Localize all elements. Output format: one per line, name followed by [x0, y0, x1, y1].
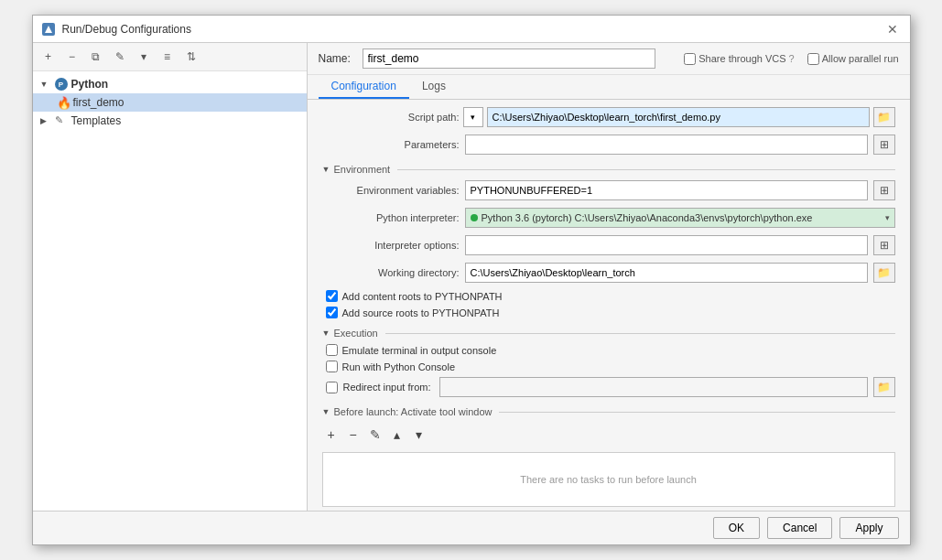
script-path-dropdown[interactable]: ▾	[463, 107, 483, 127]
fire-icon: 🔥	[57, 96, 70, 109]
dialog-title: Run/Debug Configurations	[62, 23, 191, 36]
run-python-console-label: Run with Python Console	[342, 361, 456, 372]
add-source-roots-row: Add source roots to PYTHONPATH	[322, 307, 895, 318]
exec-section-line	[385, 333, 895, 334]
interpreter-options-label: Interpreter options:	[322, 240, 460, 251]
bl-remove-button[interactable]: −	[344, 425, 363, 444]
interpreter-options-expand[interactable]: ⊞	[873, 235, 895, 255]
dialog-body: + − ⧉ ✎ ▾ ≡ ⇅ ▼ P Python 🔥 first_demo	[33, 43, 910, 511]
share-vcs-group: Share through VCS ?	[684, 53, 795, 65]
template-icon: ✎	[55, 114, 68, 127]
remove-config-button[interactable]: −	[62, 47, 82, 67]
bl-down-button[interactable]: ▾	[410, 425, 428, 444]
working-directory-input[interactable]	[465, 263, 868, 283]
tree-arrow-templates: ▶	[40, 116, 51, 125]
bl-section-line	[499, 412, 894, 413]
add-content-roots-row: Add content roots to PYTHONPATH	[322, 290, 895, 302]
bottom-bar: OK Cancel Apply	[33, 511, 910, 544]
tab-configuration[interactable]: Configuration	[319, 75, 409, 99]
config-area: Script path: ▾ 📁 Parameters: ⊞ ▼ Environ…	[308, 100, 910, 511]
edit-config-button[interactable]: ✎	[110, 47, 130, 67]
emulate-terminal-label: Emulate terminal in output console	[342, 345, 497, 356]
vcs-area: Share through VCS ? Allow parallel run	[684, 53, 898, 65]
exec-triangle: ▼	[322, 328, 330, 338]
env-variables-row: Environment variables: ⊞	[322, 180, 895, 200]
emulate-terminal-checkbox[interactable]	[326, 344, 338, 356]
svg-marker-0	[45, 26, 52, 33]
redirect-input-checkbox[interactable]	[326, 382, 338, 393]
add-config-button[interactable]: +	[38, 47, 59, 67]
env-variables-label: Environment variables:	[322, 185, 460, 196]
bl-add-button[interactable]: +	[322, 425, 341, 444]
allow-parallel-checkbox[interactable]	[807, 53, 819, 65]
share-vcs-label: Share through VCS	[698, 53, 785, 64]
share-vcs-checkbox[interactable]	[684, 53, 696, 65]
parameters-input[interactable]	[465, 135, 868, 155]
name-label: Name:	[319, 52, 355, 65]
close-button[interactable]: ✕	[884, 21, 901, 38]
allow-parallel-group: Allow parallel run	[807, 53, 899, 65]
allow-parallel-label: Allow parallel run	[822, 53, 899, 64]
bl-up-button[interactable]: ▴	[388, 425, 406, 444]
environment-section-header: ▼ Environment	[322, 164, 895, 175]
add-source-roots-label: Add source roots to PYTHONPATH	[342, 307, 500, 318]
tabs-bar: Configuration Logs	[308, 75, 910, 100]
no-tasks-text: There are no tasks to run before launch	[520, 474, 697, 485]
redirect-input-browse[interactable]: 📁	[873, 377, 895, 397]
python-interpreter-select[interactable]: Python 3.6 (pytorch) C:\Users\Zhiyao\Ana…	[465, 208, 895, 228]
tab-logs[interactable]: Logs	[409, 75, 459, 99]
add-content-roots-checkbox[interactable]	[326, 290, 338, 302]
working-directory-label: Working directory:	[322, 267, 460, 278]
tree-item-first-demo[interactable]: 🔥 first_demo	[33, 93, 307, 112]
working-directory-browse[interactable]: 📁	[873, 263, 895, 283]
cancel-button[interactable]: Cancel	[767, 517, 832, 539]
script-path-label: Script path:	[322, 112, 460, 123]
script-path-input[interactable]	[487, 107, 870, 127]
add-source-roots-checkbox[interactable]	[326, 307, 338, 318]
copy-config-button[interactable]: ⧉	[86, 47, 106, 67]
env-section-title: Environment	[333, 164, 390, 175]
env-variables-input[interactable]	[465, 180, 868, 200]
share-vcs-help[interactable]: ?	[789, 53, 795, 64]
python-interpreter-label: Python interpreter:	[322, 212, 460, 223]
apply-button[interactable]: Apply	[839, 517, 898, 539]
bl-edit-button[interactable]: ✎	[366, 425, 384, 444]
interpreter-dropdown-arrow: ▾	[885, 213, 890, 222]
left-toolbar: + − ⧉ ✎ ▾ ≡ ⇅	[33, 43, 307, 71]
redirect-input-field[interactable]	[439, 377, 867, 397]
env-section-line	[397, 169, 894, 170]
env-triangle: ▼	[322, 165, 330, 174]
name-input[interactable]	[363, 48, 655, 69]
dialog-icon	[42, 23, 55, 36]
interpreter-text: Python 3.6 (pytorch) C:\Users\Zhiyao\Ana…	[482, 212, 813, 223]
python-interpreter-row: Python interpreter: Python 3.6 (pytorch)…	[322, 208, 895, 228]
list-config-button[interactable]: ≡	[157, 47, 178, 67]
tree-first-demo-label: first_demo	[73, 96, 125, 109]
left-panel: + − ⧉ ✎ ▾ ≡ ⇅ ▼ P Python 🔥 first_demo	[33, 43, 308, 511]
emulate-terminal-row: Emulate terminal in output console	[322, 344, 895, 356]
interpreter-options-input[interactable]	[465, 235, 868, 255]
tree-item-templates[interactable]: ▶ ✎ Templates	[33, 112, 307, 130]
bl-section-title: Before launch: Activate tool window	[333, 406, 492, 417]
ok-button[interactable]: OK	[713, 517, 760, 539]
tree-item-python[interactable]: ▼ P Python	[33, 75, 307, 93]
name-bar: Name: Share through VCS ? Allow parallel…	[308, 43, 910, 75]
down-config-button[interactable]: ▾	[134, 47, 154, 67]
env-variables-browse[interactable]: ⊞	[873, 180, 895, 200]
interpreter-status-dot	[471, 214, 478, 221]
title-bar: Run/Debug Configurations ✕	[33, 16, 910, 43]
tree-templates-label: Templates	[71, 114, 122, 127]
sort-config-button[interactable]: ⇅	[181, 47, 201, 67]
parameters-label: Parameters:	[322, 139, 460, 150]
parameters-expand[interactable]: ⊞	[873, 135, 895, 155]
execution-section-header: ▼ Execution	[322, 328, 895, 339]
script-path-row: Script path: ▾ 📁	[322, 107, 895, 127]
before-launch-area: There are no tasks to run before launch	[322, 452, 895, 507]
run-debug-dialog: Run/Debug Configurations ✕ + − ⧉ ✎ ▾ ≡ ⇅…	[32, 15, 911, 545]
run-python-console-checkbox[interactable]	[326, 361, 338, 372]
config-tree: ▼ P Python 🔥 first_demo ▶ ✎ Templates	[33, 71, 307, 511]
tree-python-label: Python	[71, 78, 109, 91]
add-content-roots-label: Add content roots to PYTHONPATH	[342, 291, 503, 302]
script-path-browse[interactable]: 📁	[873, 107, 895, 127]
run-python-console-row: Run with Python Console	[322, 361, 895, 372]
